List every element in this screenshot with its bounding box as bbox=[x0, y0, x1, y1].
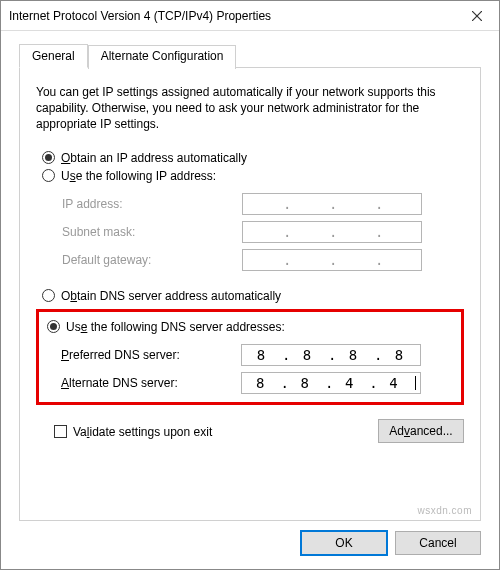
validate-checkbox-row[interactable]: Validate settings upon exit bbox=[54, 425, 212, 439]
description-text: You can get IP settings assigned automat… bbox=[36, 84, 464, 133]
radio-icon bbox=[47, 320, 60, 333]
close-button[interactable] bbox=[454, 1, 499, 30]
titlebar: Internet Protocol Version 4 (TCP/IPv4) P… bbox=[1, 1, 499, 31]
dialog-window: Internet Protocol Version 4 (TCP/IPv4) P… bbox=[0, 0, 500, 570]
radio-label: Use the following DNS server addresses: bbox=[66, 320, 285, 334]
subnet-mask-input: . . . bbox=[242, 221, 422, 243]
radio-obtain-dns-auto[interactable]: Obtain DNS server address automatically bbox=[42, 289, 464, 303]
radio-label: Obtain an IP address automatically bbox=[61, 151, 247, 165]
radio-obtain-ip-auto[interactable]: Obtain an IP address automatically bbox=[42, 151, 464, 165]
radio-label: Use the following IP address: bbox=[61, 169, 216, 183]
window-title: Internet Protocol Version 4 (TCP/IPv4) P… bbox=[9, 9, 271, 23]
alternate-dns-input[interactable]: 8. 8. 4. 4 bbox=[241, 372, 421, 394]
watermark-text: wsxdn.com bbox=[417, 505, 472, 516]
tab-strip: General Alternate Configuration bbox=[19, 43, 481, 67]
checkbox-icon bbox=[54, 425, 67, 438]
radio-icon bbox=[42, 289, 55, 302]
radio-label: Obtain DNS server address automatically bbox=[61, 289, 281, 303]
tab-general[interactable]: General bbox=[19, 44, 88, 68]
default-gateway-label: Default gateway: bbox=[62, 253, 232, 267]
radio-use-following-ip[interactable]: Use the following IP address: bbox=[42, 169, 464, 183]
dialog-footer: OK Cancel bbox=[1, 521, 499, 569]
text-caret bbox=[415, 376, 416, 390]
cancel-button[interactable]: Cancel bbox=[395, 531, 481, 555]
radio-icon bbox=[42, 151, 55, 164]
validate-label: Validate settings upon exit bbox=[73, 425, 212, 439]
default-gateway-input: . . . bbox=[242, 249, 422, 271]
dns-highlight-box: Use the following DNS server addresses: … bbox=[36, 309, 464, 405]
advanced-button[interactable]: Advanced... bbox=[378, 419, 464, 443]
preferred-dns-label: Preferred DNS server: bbox=[61, 348, 231, 362]
radio-icon bbox=[42, 169, 55, 182]
ip-address-label: IP address: bbox=[62, 197, 232, 211]
preferred-dns-input[interactable]: 8. 8. 8. 8 bbox=[241, 344, 421, 366]
alternate-dns-label: Alternate DNS server: bbox=[61, 376, 231, 390]
tab-panel-general: You can get IP settings assigned automat… bbox=[19, 67, 481, 521]
radio-use-following-dns[interactable]: Use the following DNS server addresses: bbox=[47, 320, 455, 334]
close-icon bbox=[472, 11, 482, 21]
content-area: General Alternate Configuration You can … bbox=[1, 31, 499, 521]
ip-address-input: . . . bbox=[242, 193, 422, 215]
ok-button[interactable]: OK bbox=[301, 531, 387, 555]
tab-alternate-configuration[interactable]: Alternate Configuration bbox=[88, 45, 237, 69]
subnet-mask-label: Subnet mask: bbox=[62, 225, 232, 239]
ip-fields-block: IP address: . . . Subnet mask: . . . bbox=[42, 193, 464, 271]
